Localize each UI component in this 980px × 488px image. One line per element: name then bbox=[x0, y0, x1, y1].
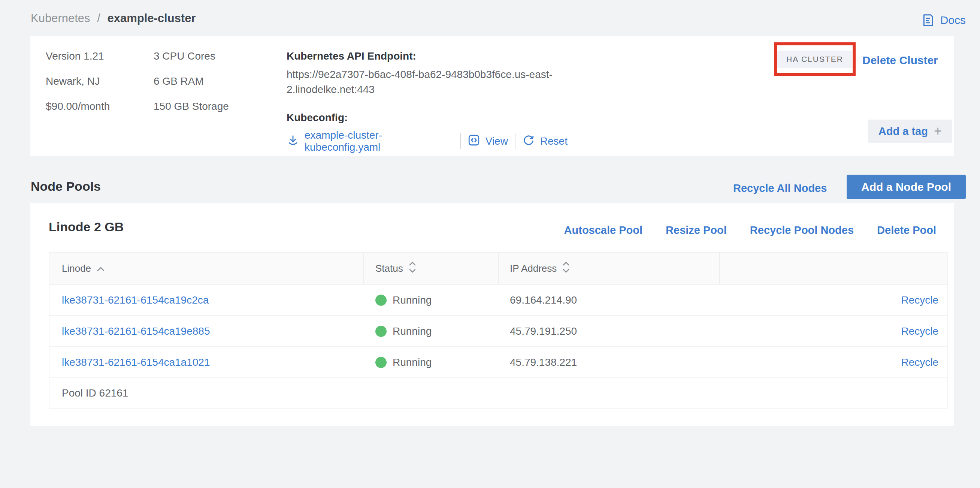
add-tag-label: Add a tag bbox=[878, 125, 928, 137]
table-row: lke38731-62161-6154ca1a1021 Running 45.7… bbox=[49, 346, 947, 378]
refresh-icon bbox=[522, 134, 535, 149]
kubeconfig-download-link[interactable]: example-cluster-kubeconfig.yaml bbox=[286, 129, 453, 153]
node-link[interactable]: lke38731-62161-6154ca1a1021 bbox=[62, 356, 210, 368]
kubeconfig-reset-button[interactable]: Reset bbox=[522, 134, 568, 149]
autoscale-pool-button[interactable]: Autoscale Pool bbox=[564, 224, 643, 236]
endpoint-block: Kubernetes API Endpoint: https://9e2a730… bbox=[286, 50, 568, 153]
spec-region: Newark, NJ bbox=[46, 76, 110, 86]
status-column-label: Status bbox=[375, 263, 403, 274]
column-header-actions bbox=[720, 253, 947, 284]
node-link[interactable]: lke38731-62161-6154ca19c2ca bbox=[62, 294, 208, 306]
ip-address: 45.79.191.250 bbox=[499, 325, 720, 337]
ha-cluster-badge: HA CLUSTER bbox=[777, 51, 852, 68]
spec-column-1: Version 1.21 Newark, NJ $90.00/month bbox=[46, 51, 110, 126]
spec-storage: 150 GB Storage bbox=[154, 101, 229, 112]
pool-id-label: Pool ID 62161 bbox=[49, 387, 128, 399]
sort-both-icon bbox=[408, 261, 417, 276]
spec-ram: 6 GB RAM bbox=[154, 76, 229, 86]
recycle-pool-nodes-button[interactable]: Recycle Pool Nodes bbox=[750, 224, 854, 236]
sort-ascending-icon bbox=[96, 263, 105, 274]
divider bbox=[515, 134, 515, 149]
view-label: View bbox=[485, 135, 508, 147]
resize-pool-button[interactable]: Resize Pool bbox=[666, 224, 727, 236]
pool-actions: Autoscale Pool Resize Pool Recycle Pool … bbox=[564, 224, 936, 236]
node-pools-title: Node Pools bbox=[31, 179, 101, 194]
recycle-node-button[interactable]: Recycle bbox=[901, 325, 939, 337]
linode-column-label: Linode bbox=[62, 263, 91, 274]
add-node-pool-button[interactable]: Add a Node Pool bbox=[846, 175, 966, 199]
cluster-summary-panel: Version 1.21 Newark, NJ $90.00/month 3 C… bbox=[30, 37, 954, 156]
plus-icon: + bbox=[934, 126, 942, 137]
table-header: Linode Status IP Address bbox=[49, 253, 947, 284]
pool-name: Linode 2 GB bbox=[49, 220, 124, 234]
status-text: Running bbox=[393, 294, 431, 306]
download-icon bbox=[286, 134, 299, 149]
node-pool-panel: Linode 2 GB Autoscale Pool Resize Pool R… bbox=[30, 203, 954, 426]
recycle-all-nodes-button[interactable]: Recycle All Nodes bbox=[733, 182, 827, 195]
divider bbox=[460, 134, 461, 149]
delete-pool-button[interactable]: Delete Pool bbox=[877, 224, 936, 236]
recycle-node-button[interactable]: Recycle bbox=[901, 294, 939, 306]
reset-label: Reset bbox=[540, 135, 568, 147]
status-running-dot bbox=[375, 326, 387, 337]
docs-icon bbox=[921, 13, 936, 28]
breadcrumb-separator: / bbox=[97, 12, 100, 25]
kubeconfig-filename: example-cluster-kubeconfig.yaml bbox=[305, 129, 453, 153]
code-view-icon bbox=[468, 134, 480, 149]
add-tag-button[interactable]: Add a tag + bbox=[868, 120, 952, 143]
status-cell: Running bbox=[364, 294, 499, 306]
recycle-node-button[interactable]: Recycle bbox=[901, 356, 939, 368]
node-link[interactable]: lke38731-62161-6154ca19e885 bbox=[62, 325, 210, 337]
column-header-status[interactable]: Status bbox=[364, 253, 499, 284]
column-header-ip-address[interactable]: IP Address bbox=[499, 253, 720, 284]
breadcrumb-current-cluster: example-cluster bbox=[107, 12, 196, 25]
status-cell: Running bbox=[364, 356, 499, 368]
nodes-table: Linode Status IP Address bbox=[49, 252, 948, 408]
spec-price: $90.00/month bbox=[46, 101, 110, 112]
kubeconfig-label: Kubeconfig: bbox=[286, 111, 568, 124]
api-endpoint-label: Kubernetes API Endpoint: bbox=[286, 50, 568, 62]
ip-column-label: IP Address bbox=[510, 263, 557, 274]
table-footer: Pool ID 62161 bbox=[49, 378, 947, 408]
docs-link[interactable]: Docs bbox=[921, 13, 966, 28]
delete-cluster-button[interactable]: Delete Cluster bbox=[862, 54, 938, 67]
status-text: Running bbox=[393, 325, 431, 337]
ip-address: 69.164.214.90 bbox=[499, 294, 720, 306]
table-row: lke38731-62161-6154ca19e885 Running 45.7… bbox=[49, 315, 947, 346]
spec-cpu: 3 CPU Cores bbox=[154, 51, 229, 61]
ha-cluster-annotation-box: HA CLUSTER bbox=[774, 42, 856, 76]
spec-column-2: 3 CPU Cores 6 GB RAM 150 GB Storage bbox=[154, 51, 229, 126]
breadcrumb: Kubernetes / example-cluster bbox=[31, 11, 196, 26]
ip-address: 45.79.138.221 bbox=[499, 356, 720, 368]
docs-label: Docs bbox=[940, 14, 966, 27]
status-running-dot bbox=[375, 295, 387, 306]
column-header-linode[interactable]: Linode bbox=[49, 253, 364, 284]
spec-version: Version 1.21 bbox=[46, 51, 110, 61]
breadcrumb-kubernetes-link[interactable]: Kubernetes bbox=[31, 12, 90, 25]
sort-both-icon bbox=[562, 261, 570, 276]
api-endpoint-url: https://9e2a7307-b6ac-408f-ba62-9483b0b3… bbox=[286, 67, 568, 97]
status-running-dot bbox=[375, 357, 387, 368]
kubeconfig-row: example-cluster-kubeconfig.yaml View bbox=[286, 129, 568, 153]
kubeconfig-view-button[interactable]: View bbox=[468, 134, 508, 149]
table-row: lke38731-62161-6154ca19c2ca Running 69.1… bbox=[49, 284, 947, 315]
status-text: Running bbox=[393, 356, 431, 368]
status-cell: Running bbox=[364, 325, 499, 337]
